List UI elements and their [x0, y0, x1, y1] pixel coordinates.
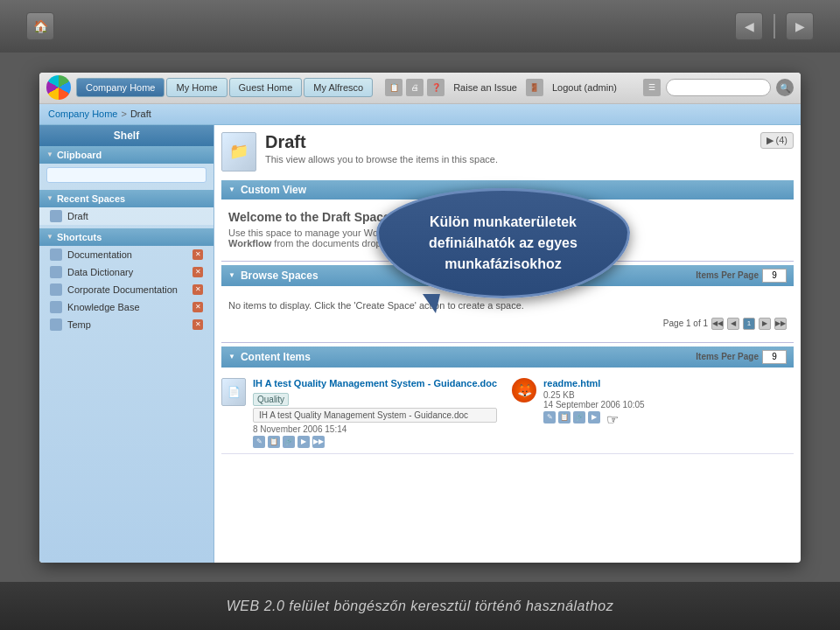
html-item-info: readme.html 0.25 KB 14 September 2006 10… — [543, 378, 645, 428]
bottom-text: WEB 2.0 felület böngészőn keresztül tört… — [227, 598, 613, 614]
html-item-size: 0.25 KB — [543, 390, 645, 400]
delete-dict-icon[interactable]: ✕ — [192, 267, 203, 277]
breadcrumb-company-home[interactable]: Company Home — [48, 108, 117, 119]
browse-items-per-page: Items Per Page — [696, 269, 787, 283]
icon-2[interactable]: 🖨 — [406, 79, 424, 96]
firefox-icon: 🦊 — [512, 378, 536, 402]
custom-view-label: Custom View — [241, 184, 306, 196]
top-bar: 🏠 ◀ ▶ — [0, 0, 840, 52]
shortcut-corporate[interactable]: Corporate Documentation ✕ — [39, 281, 214, 298]
doc-action-5[interactable]: ▶▶ — [312, 436, 325, 448]
search-button[interactable]: 🔍 — [776, 79, 794, 96]
shortcut-corp-label: Corporate Documentation — [67, 284, 178, 295]
doc-action-3[interactable]: 🔗 — [283, 436, 295, 448]
search-input[interactable] — [666, 79, 771, 96]
doc-action-1[interactable]: ✎ — [253, 436, 265, 448]
bottom-bar: WEB 2.0 felület böngészőn keresztül tört… — [0, 582, 840, 630]
top-bar-right: ◀ ▶ — [735, 12, 814, 40]
tab-company-home[interactable]: Company Home — [76, 78, 164, 97]
shortcut-documentation[interactable]: Documentation ✕ — [39, 246, 214, 263]
recent-section-header[interactable]: ▼ Recent Spaces — [39, 190, 214, 207]
breadcrumb-sep: > — [121, 108, 126, 119]
html-action-3[interactable]: 🔗 — [573, 411, 585, 424]
doc-action-2[interactable]: 📋 — [268, 436, 280, 448]
draft-folder-icon: 📁 — [221, 132, 256, 172]
clipboard-arrow: ▼ — [46, 150, 53, 158]
icon-1[interactable]: 📋 — [385, 79, 402, 96]
page-info: Page 1 of 1 — [663, 318, 708, 328]
logout-icon[interactable]: 🚪 — [526, 79, 543, 96]
sidebar-section-recent: ▼ Recent Spaces Draft — [39, 190, 214, 225]
shortcut-data-dictionary[interactable]: Data Dictionary ✕ — [39, 263, 214, 281]
clipboard-input[interactable] — [46, 167, 206, 183]
temp-icon — [50, 318, 62, 331]
recent-draft-item[interactable]: Draft — [39, 207, 214, 225]
prev-button[interactable]: ◀ — [735, 12, 763, 40]
content-ipp-label: Items Per Page — [696, 352, 759, 361]
next-page-btn[interactable]: ▶ — [759, 318, 771, 330]
content-items-label: Content Items — [241, 351, 311, 363]
doc-action-4[interactable]: ▶ — [298, 436, 310, 448]
shortcut-temp[interactable]: Temp ✕ — [39, 316, 214, 333]
pagination: Page 1 of 1 ◀◀ ◀ 1 ▶ ▶▶ — [228, 318, 787, 330]
content-ipp-input[interactable] — [762, 350, 787, 364]
doc-item-date: 8 November 2006 15:14 — [253, 424, 497, 434]
raise-issue-link[interactable]: Raise an Issue — [448, 82, 522, 93]
delete-doc-icon[interactable]: ✕ — [192, 249, 203, 260]
draft-header: 📁 Draft This view allows you to browse t… — [221, 132, 794, 172]
sidebar-section-clipboard: ▼ Clipboard — [39, 146, 214, 186]
dict-icon — [50, 266, 62, 278]
alfresco-logo — [46, 75, 71, 100]
view-icon[interactable]: ☰ — [643, 79, 661, 96]
home-button[interactable]: 🏠 — [26, 12, 54, 40]
html-action-1[interactable]: ✎ — [543, 411, 556, 424]
content-item-row-1: 📄 IH A test Quality Management System - … — [221, 373, 794, 454]
browser-toolbar: Company Home My Home Guest Home My Alfre… — [39, 73, 801, 104]
shortcut-knowledge-base[interactable]: Knowledge Base ✕ — [39, 298, 214, 316]
content-items-section: ▼ Content Items Items Per Page — [221, 346, 794, 454]
icon-3[interactable]: ❓ — [427, 79, 444, 96]
html-item-actions: ✎ 📋 🔗 ▶ ☞ — [543, 411, 645, 428]
nav-divider — [774, 14, 775, 38]
shortcuts-section-header[interactable]: ▼ Shortcuts — [39, 228, 214, 246]
clipboard-section-header[interactable]: ▼ Clipboard — [39, 146, 214, 164]
draft-desc: This view allows you to browse the items… — [265, 154, 498, 164]
html-item-title[interactable]: readme.html — [543, 378, 645, 388]
recent-label: Recent Spaces — [57, 193, 125, 204]
html-action-4[interactable]: ▶ — [588, 411, 600, 424]
divider-2 — [221, 342, 794, 343]
shortcut-temp-label: Temp — [67, 319, 91, 330]
html-action-2[interactable]: 📋 — [558, 411, 570, 424]
items-per-page-input[interactable] — [762, 269, 787, 283]
doc-item-title[interactable]: IH A test Quality Management System - Gu… — [253, 378, 497, 388]
first-page-btn[interactable]: ◀◀ — [711, 318, 724, 330]
tab-guest-home[interactable]: Guest Home — [229, 78, 303, 97]
recent-draft-label: Draft — [67, 211, 88, 221]
shortcut-dict-label: Data Dictionary — [67, 267, 133, 277]
content-items-header[interactable]: ▼ Content Items Items Per Page — [221, 346, 794, 368]
draft-count-badge[interactable]: ▶ (4) — [760, 132, 794, 149]
shortcut-kb-label: Knowledge Base — [67, 302, 140, 312]
no-items-text: No items to display. Click the 'Create S… — [228, 297, 787, 314]
tab-my-home[interactable]: My Home — [166, 78, 227, 97]
items-per-page-label: Items Per Page — [696, 270, 759, 280]
draft-title: Draft — [265, 132, 498, 152]
doc-item-filename: IH A test Quality Management System - Gu… — [253, 408, 497, 423]
recent-arrow: ▼ — [46, 194, 53, 202]
browse-spaces-label: Browse Spaces — [241, 270, 318, 282]
content-item-doc: 📄 IH A test Quality Management System - … — [221, 378, 503, 448]
delete-corp-icon[interactable]: ✕ — [192, 284, 203, 295]
delete-kb-icon[interactable]: ✕ — [192, 302, 203, 312]
last-page-btn[interactable]: ▶▶ — [774, 318, 787, 330]
next-button[interactable]: ▶ — [786, 12, 814, 40]
sidebar-header: Shelf — [39, 125, 214, 146]
cursor-icon: ☞ — [606, 411, 619, 428]
prev-page-btn[interactable]: ◀ — [727, 318, 739, 330]
tooltip-text: Külön munkaterületek definiálhatók az eg… — [429, 214, 578, 271]
shortcuts-arrow: ▼ — [46, 233, 53, 241]
tab-my-alfresco[interactable]: My Alfresco — [304, 78, 373, 97]
logout-link[interactable]: Logout (admin) — [547, 82, 622, 93]
page-1-btn[interactable]: 1 — [743, 318, 755, 330]
content-arrow: ▼ — [228, 353, 235, 360]
delete-temp-icon[interactable]: ✕ — [192, 319, 203, 330]
